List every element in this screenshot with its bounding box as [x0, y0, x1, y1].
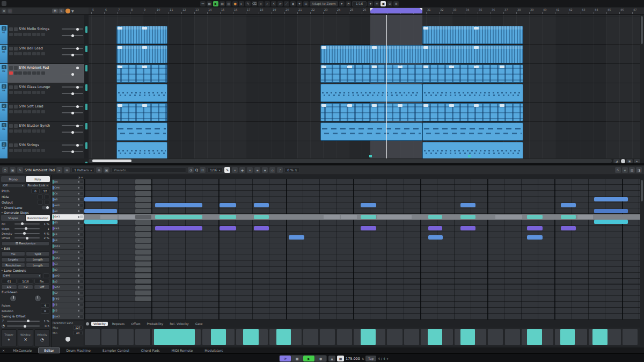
lane-settings-button[interactable]: [80, 309, 83, 312]
lane-mute-dot[interactable]: [78, 181, 80, 183]
knob-value[interactable]: 0: [41, 309, 49, 314]
velocity-bar[interactable]: [428, 329, 442, 345]
lane-settings-button[interactable]: [80, 280, 83, 283]
editor-toolbar-icon[interactable]: ⛭: [2, 167, 8, 173]
mute-button[interactable]: [9, 66, 13, 70]
step-cell[interactable]: [505, 329, 520, 345]
midi-note[interactable]: [361, 215, 376, 219]
velocity-bar[interactable]: [154, 329, 195, 345]
volume-slider[interactable]: [62, 48, 83, 49]
volume-slider[interactable]: [62, 67, 83, 68]
lane-settings-button[interactable]: [80, 315, 83, 318]
midi-note[interactable]: [594, 197, 628, 201]
vertical-scrollbar[interactable]: [640, 15, 643, 158]
playhead[interactable]: [386, 15, 387, 158]
lane-mute-dot[interactable]: [78, 280, 80, 283]
lane-settings-button[interactable]: [80, 286, 83, 288]
time-signature[interactable]: 4 / 4: [378, 357, 385, 360]
euclidean-knob[interactable]: [10, 295, 17, 302]
track-control-button[interactable]: [23, 129, 27, 133]
toolbar-icon[interactable]: ◆: [290, 1, 296, 6]
volume-slider[interactable]: [62, 86, 83, 88]
lane-note-dropdown[interactable]: D#4▾: [2, 273, 42, 278]
editor-toolbar-icon[interactable]: ▥: [629, 167, 635, 173]
lane-header-row[interactable]: C3: [52, 261, 84, 266]
velocity-bar[interactable]: [527, 329, 542, 345]
solo-button[interactable]: [14, 66, 18, 70]
lane-header-row[interactable]: F#2: [52, 296, 84, 302]
track-handle[interactable]: [85, 104, 87, 110]
lane-header-row[interactable]: A3: [52, 208, 84, 214]
lane-settings-button[interactable]: [80, 298, 83, 300]
lane-mute-dot[interactable]: [78, 222, 80, 224]
edit-button-length[interactable]: Length: [26, 257, 50, 262]
bottom-tab-drum-machine[interactable]: Drum Machine: [61, 348, 96, 353]
lane-header-row[interactable]: C4: [52, 191, 84, 196]
click-icon[interactable]: ▦: [337, 356, 344, 361]
inspector-slider[interactable]: [14, 223, 40, 225]
track-control-button[interactable]: [14, 71, 18, 75]
volume-slider[interactable]: [62, 144, 83, 146]
edit-button-tie[interactable]: Tie: [1, 251, 25, 256]
track-control-button[interactable]: [27, 91, 31, 94]
record-arm-button[interactable]: [9, 71, 13, 75]
velocity-bar[interactable]: [361, 329, 376, 345]
presets-search-field[interactable]: Presets...: [111, 167, 186, 173]
toolbar-icon[interactable]: ≣: [393, 1, 399, 6]
toolbar-icon[interactable]: ▣: [380, 1, 386, 6]
inspector-tab-mono[interactable]: Mono: [1, 176, 25, 182]
velocity-bar[interactable]: [592, 329, 608, 345]
editor-toolbar-icon[interactable]: ▾: [247, 167, 253, 173]
step-cell[interactable]: [135, 329, 150, 345]
editor-toolbar-icon[interactable]: ✎: [17, 167, 23, 173]
track-control-button[interactable]: [32, 129, 36, 133]
editor-toolbar-field[interactable]: 1 Pattern▾: [71, 167, 94, 173]
knob-value[interactable]: 4: [41, 303, 49, 308]
toolbar-icon[interactable]: ⊕: [387, 1, 392, 6]
toolbar-icon[interactable]: ◔: [346, 1, 351, 6]
inspector-slider[interactable]: [14, 228, 40, 229]
lane-mute-dot[interactable]: [78, 216, 80, 218]
track-control-button[interactable]: [14, 52, 18, 55]
lane-value[interactable]: 1/16: [18, 279, 33, 284]
solo-button[interactable]: [14, 105, 18, 108]
midi-note[interactable]: [254, 203, 269, 207]
midi-note[interactable]: [219, 215, 236, 219]
editor-toolbar-icon[interactable]: ⊕: [96, 167, 102, 173]
midi-note[interactable]: [428, 215, 442, 219]
toolbar-icon[interactable]: ✕: [271, 1, 276, 6]
midi-note[interactable]: [527, 235, 543, 240]
midi-note[interactable]: [594, 209, 628, 213]
lane-mute-dot[interactable]: [78, 193, 80, 195]
lane-header-row[interactable]: G#2: [52, 285, 84, 290]
toolbar-icon[interactable]: ▾: [297, 1, 302, 6]
lane-header-row[interactable]: E2: [52, 308, 84, 314]
track-color-strip[interactable]: ♫06: [0, 122, 8, 141]
track-control-button[interactable]: [14, 149, 18, 152]
cycle-button[interactable]: ⟳: [280, 356, 291, 361]
lane-mute-dot[interactable]: [78, 187, 80, 189]
track-control-button[interactable]: [36, 110, 40, 113]
randomize-button[interactable]: ⚄ Randomize: [2, 241, 49, 246]
lane-mute-dot[interactable]: [78, 198, 80, 200]
lane-settings-button[interactable]: [80, 263, 83, 265]
track-control-button[interactable]: [23, 71, 27, 75]
solo-button[interactable]: [14, 47, 18, 50]
dropdown-off[interactable]: Off▾: [2, 183, 25, 188]
step-cell[interactable]: [404, 329, 419, 345]
track-handle[interactable]: [85, 46, 87, 52]
tap-tempo-button[interactable]: Tap: [365, 356, 376, 361]
lane-settings-button[interactable]: [80, 215, 83, 218]
track-control-button[interactable]: [18, 52, 22, 55]
track-handle[interactable]: [85, 142, 87, 149]
track-color-strip[interactable]: ♫01: [0, 25, 8, 44]
track-handle[interactable]: [85, 26, 87, 33]
lane-header-row[interactable]: C#4: [52, 185, 84, 190]
velocity-bar[interactable]: [276, 329, 291, 345]
midi-clip[interactable]: [422, 84, 523, 102]
editor-toolbar-icon[interactable]: ▸: [56, 167, 62, 173]
bottom-tab-modulators[interactable]: Modulators: [199, 348, 228, 353]
lane-mute-dot[interactable]: [78, 269, 80, 271]
lane-column-header-icon[interactable]: ◔: [78, 176, 80, 179]
editor-toolbar-icon[interactable]: ♪: [277, 167, 283, 173]
